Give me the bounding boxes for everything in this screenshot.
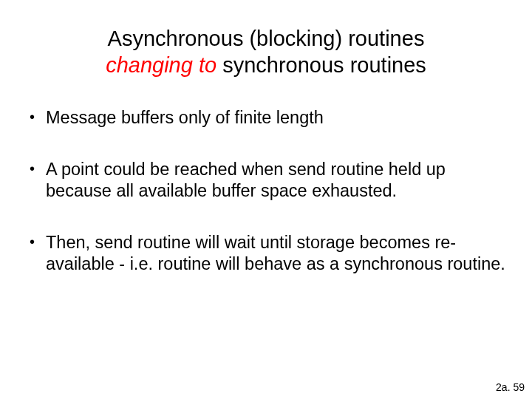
title-emphasis: changing to <box>106 53 216 77</box>
list-item: Message buffers only of finite length <box>27 107 505 129</box>
title-line-2-rest: synchronous routines <box>216 53 426 77</box>
bullet-text: Then, send routine will wait until stora… <box>46 233 505 273</box>
list-item: Then, send routine will wait until stora… <box>27 232 505 274</box>
slide-number: 2a. 59 <box>496 381 525 393</box>
title-line-1: Asynchronous (blocking) routines <box>108 27 425 50</box>
bullet-text: Message buffers only of finite length <box>46 108 324 127</box>
bullet-list: Message buffers only of finite length A … <box>27 107 505 275</box>
bullet-text: A point could be reached when send routi… <box>46 160 446 200</box>
slide: Asynchronous (blocking) routines changin… <box>0 0 532 399</box>
slide-title: Asynchronous (blocking) routines changin… <box>27 25 505 79</box>
list-item: A point could be reached when send routi… <box>27 159 505 201</box>
